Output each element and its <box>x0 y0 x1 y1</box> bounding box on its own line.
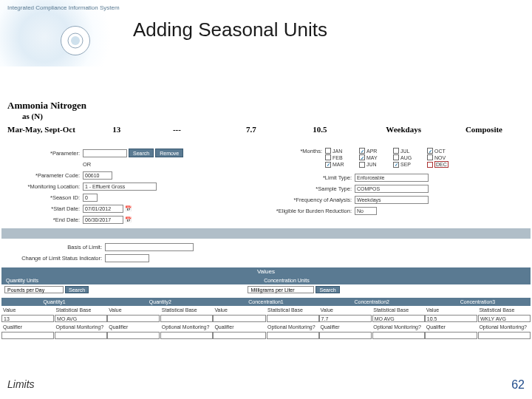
c2-stat[interactable]: MO AVG <box>372 315 425 322</box>
chk-sep[interactable] <box>393 162 399 168</box>
limit-form: Parameter: Search Remove .OR Parameter C… <box>1 148 531 340</box>
param-v3: 7.7 <box>246 125 290 134</box>
burden-label: Eligible for Burden Reduction: <box>266 208 355 214</box>
start-date-input[interactable]: 07/01/2012 <box>83 205 123 213</box>
c3-qual[interactable] <box>425 332 477 339</box>
mid-section: Basis of Limit: Change of Limit Status I… <box>1 242 531 263</box>
hdr-q2: Quantity2 <box>107 299 213 304</box>
param-v5: Weekdays <box>386 125 443 134</box>
param-code-label: Parameter Code: <box>1 172 83 179</box>
sample-type-label: Sample Type: <box>266 185 355 192</box>
column-headers: Quantity1 Quantity2 Concentration1 Conce… <box>1 298 531 306</box>
change-status-select[interactable] <box>105 254 149 262</box>
chk-jun[interactable] <box>359 162 365 168</box>
svg-point-1 <box>71 36 80 45</box>
c3-value[interactable]: 10.5 <box>425 315 477 322</box>
param-row: Mar-May, Sept-Oct 13 --- 7.7 10.5 Weekda… <box>7 125 525 134</box>
months-grid: JAN APR JUL OCT FEB MAY AUG NOV MAR JUN … <box>325 148 458 168</box>
q2-value[interactable] <box>107 315 160 322</box>
param-v1: 13 <box>112 125 151 134</box>
limit-type-label: Limit Type: <box>266 174 355 181</box>
values-row-1: 13MO AVG 7.7MO AVG 10.5WKLY AVG <box>1 314 531 323</box>
calendar-icon[interactable]: 📅 <box>125 205 132 212</box>
divider-band <box>1 228 531 239</box>
mon-loc-select[interactable]: 1 - Effluent Gross <box>83 183 157 191</box>
q1-opt[interactable] <box>55 332 107 339</box>
c1-stat[interactable] <box>267 315 319 322</box>
mon-loc-label: Monitoring Location: <box>1 183 83 190</box>
values-row-2 <box>1 331 531 340</box>
parameter-summary: Ammonia Nitrogen as (N) Mar-May, Sept-Oc… <box>7 100 525 134</box>
param-sub: as (N) <box>22 112 525 120</box>
q2-opt[interactable] <box>160 332 213 339</box>
q1-value[interactable]: 13 <box>1 315 54 322</box>
q1-stat[interactable]: MO AVG <box>55 315 107 322</box>
season-label: Season ID: <box>1 194 83 201</box>
form-right: Months: JAN APR JUL OCT FEB MAY AUG NOV … <box>266 148 531 225</box>
basis-select[interactable] <box>105 243 194 251</box>
sub-headers-1: ValueStatistical Base ValueStatistical B… <box>1 306 531 314</box>
units-row: Quantity Units Concentration Units <box>1 276 531 284</box>
calendar-icon[interactable]: 📅 <box>125 216 132 223</box>
c2-qual[interactable] <box>319 332 372 339</box>
end-date-label: End Date: <box>1 216 83 223</box>
change-status-label: Change of Limit Status Indicator: <box>1 255 105 262</box>
chk-jul[interactable] <box>393 148 399 154</box>
system-name: Integrated Compliance Information System <box>7 4 120 11</box>
freq-label: Frequency of Analysis: <box>266 197 355 203</box>
qty-units-label: Quantity Units <box>1 278 43 283</box>
c1-qual[interactable] <box>213 332 265 339</box>
chk-feb[interactable] <box>325 154 331 160</box>
chk-oct[interactable] <box>427 148 433 154</box>
qty-units-input[interactable]: Pounds per Day <box>4 286 64 293</box>
months-label: Months: <box>266 148 325 154</box>
sub-headers-2: QualifierOptional Monitoring? QualifierO… <box>1 323 531 331</box>
q2-qual[interactable] <box>107 332 160 339</box>
c2-opt[interactable] <box>372 332 425 339</box>
conc-units-label: Concentration Units <box>259 278 313 283</box>
chk-mar[interactable] <box>325 162 331 168</box>
hdr-c2: Concentration2 <box>319 299 425 304</box>
conc-units-input[interactable]: Milligrams per Liter <box>248 286 314 293</box>
hdr-c1: Concentration1 <box>213 299 318 304</box>
limit-type-select[interactable]: Enforceable <box>355 174 429 182</box>
slide-header: Integrated Compliance Information System… <box>0 0 532 66</box>
or-text: OR <box>83 161 91 168</box>
freq-select[interactable]: Weekdays <box>355 196 429 204</box>
start-date-label: Start Date: <box>1 205 83 212</box>
remove-button[interactable]: Remove <box>155 149 183 157</box>
season-input[interactable]: 0 <box>83 194 98 202</box>
c1-value[interactable] <box>213 315 265 322</box>
slide-footer: Limits 62 <box>7 378 525 392</box>
c3-opt[interactable] <box>478 332 531 339</box>
page-number: 62 <box>511 378 525 392</box>
hdr-c3: Concentration3 <box>425 299 531 304</box>
param-name: Ammonia Nitrogen <box>7 100 525 112</box>
end-date-input[interactable]: 06/30/2017 <box>83 216 123 224</box>
chk-aug[interactable] <box>393 154 399 160</box>
q2-stat[interactable] <box>160 315 213 322</box>
parameter-label: Parameter: <box>1 150 83 157</box>
footer-label: Limits <box>7 378 35 392</box>
param-v4: 10.5 <box>313 125 364 134</box>
c1-opt[interactable] <box>267 332 319 339</box>
chk-dec[interactable] <box>427 162 433 168</box>
param-v6: Composite <box>466 125 502 134</box>
sample-type-select[interactable]: COMPOS <box>355 185 429 193</box>
qty-units-search[interactable]: Search <box>65 286 89 293</box>
hdr-q1: Quantity1 <box>1 299 107 304</box>
chk-apr[interactable] <box>359 148 365 154</box>
conc-units-search[interactable]: Search <box>316 286 339 293</box>
search-button[interactable]: Search <box>129 149 154 157</box>
form-left: Parameter: Search Remove .OR Parameter C… <box>1 148 266 225</box>
c3-stat[interactable]: WKLY AVG <box>478 315 531 322</box>
chk-nov[interactable] <box>427 154 433 160</box>
epa-seal-icon <box>61 26 90 55</box>
q1-qual[interactable] <box>1 332 54 339</box>
burden-select[interactable]: No <box>355 207 377 215</box>
c2-value[interactable]: 7.7 <box>319 315 372 322</box>
chk-jan[interactable] <box>325 148 331 154</box>
param-code-input[interactable]: 00610 <box>83 171 112 180</box>
chk-may[interactable] <box>359 154 365 160</box>
parameter-input[interactable] <box>83 149 127 157</box>
